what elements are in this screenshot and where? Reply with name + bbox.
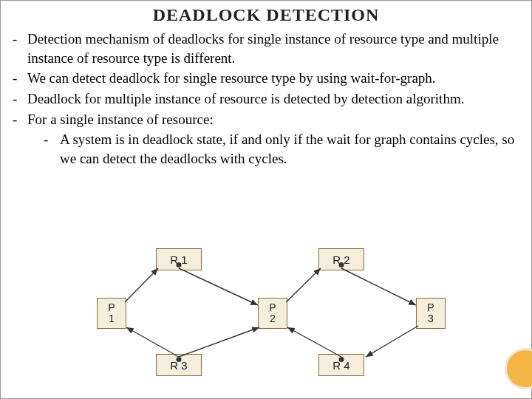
- node-label: P 1: [108, 302, 115, 325]
- process-node-p1: P 1: [97, 298, 126, 329]
- instance-dot-icon: [177, 357, 182, 362]
- bullet-text: Detection mechanism of deadlocks for sin…: [27, 30, 521, 67]
- edge-r3-p1: [126, 327, 179, 357]
- edge-r1-p2: [179, 268, 258, 305]
- instance-dot-icon: [339, 357, 344, 362]
- list-item: - A system is in deadlock state, if and …: [44, 130, 521, 168]
- bullet-text: We can detect deadlock for single resour…: [27, 69, 521, 88]
- instance-dot-icon: [177, 262, 182, 267]
- bullet-list: - Detection mechanism of deadlocks for s…: [11, 30, 521, 168]
- process-node-p3: P 3: [416, 298, 446, 329]
- edge-p2-r2: [286, 268, 321, 302]
- instance-dot-icon: [339, 262, 344, 267]
- bullet-dash: -: [44, 130, 60, 168]
- bullet-dash: -: [11, 69, 27, 88]
- slide: DEADLOCK DETECTION - Detection mechanism…: [0, 0, 532, 399]
- bullet-dash: -: [11, 30, 27, 67]
- list-item: - For a single instance of resource:: [11, 110, 521, 129]
- edge-r2-p3: [341, 268, 416, 305]
- node-label: P 3: [427, 302, 434, 325]
- list-item: - We can detect deadlock for single reso…: [11, 69, 521, 88]
- list-item: - Deadlock for multiple instance of reso…: [11, 89, 521, 109]
- bullet-text: Deadlock for multiple instance of resour…: [27, 89, 521, 109]
- edge-r4-p2: [287, 327, 341, 357]
- bullet-dash: -: [11, 89, 27, 109]
- edge-p3-r4: [366, 326, 418, 357]
- resource-node-r2: R 2: [318, 248, 364, 270]
- resource-allocation-graph: R 1 R 2 P 1 P 2 P 3 R 3 R 4: [1, 245, 532, 392]
- list-item: - Detection mechanism of deadlocks for s…: [11, 30, 521, 67]
- process-node-p2: P 2: [258, 298, 287, 329]
- bullet-text: For a single instance of resource:: [27, 110, 521, 129]
- resource-node-r4: R 4: [318, 354, 364, 376]
- edge-p1-r1: [125, 268, 158, 302]
- node-label: P 2: [269, 302, 276, 325]
- edge-r3-p2: [179, 327, 259, 357]
- bullet-dash: -: [11, 110, 27, 129]
- resource-node-r1: R 1: [156, 248, 202, 270]
- resource-node-r3: R 3: [156, 354, 202, 376]
- slide-title: DEADLOCK DETECTION: [11, 5, 521, 25]
- sub-bullet-list: - A system is in deadlock state, if and …: [44, 130, 521, 168]
- bullet-text: A system is in deadlock state, if and on…: [60, 130, 521, 168]
